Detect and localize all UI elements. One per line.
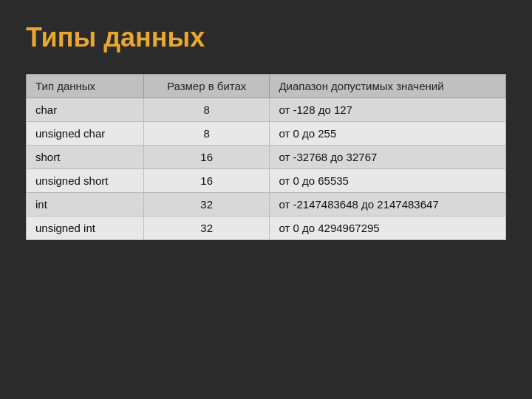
table-cell-1-1: 8 bbox=[143, 122, 269, 146]
table-cell-5-2: от 0 до 4294967295 bbox=[270, 216, 506, 240]
table-row: unsigned int32от 0 до 4294967295 bbox=[27, 216, 506, 240]
table-cell-2-1: 16 bbox=[143, 146, 269, 169]
data-types-table: Тип данных Размер в битах Диапазон допус… bbox=[26, 74, 506, 240]
table-cell-2-2: от -32768 до 32767 bbox=[270, 146, 506, 169]
table-cell-4-1: 32 bbox=[143, 193, 269, 216]
table-row: char8от -128 до 127 bbox=[27, 98, 506, 122]
table-cell-2-0: short bbox=[27, 146, 144, 169]
table-cell-0-1: 8 bbox=[143, 98, 269, 122]
table-cell-0-0: char bbox=[27, 98, 144, 122]
page: Типы данных Тип данных Размер в битах Ди… bbox=[0, 0, 532, 399]
page-title: Типы данных bbox=[26, 22, 506, 53]
table-cell-4-2: от -2147483648 до 2147483647 bbox=[270, 193, 506, 216]
table-row: short16от -32768 до 32767 bbox=[27, 146, 506, 169]
table-cell-0-2: от -128 до 127 bbox=[270, 98, 506, 122]
table-cell-1-2: от 0 до 255 bbox=[270, 122, 506, 146]
table-wrapper: Тип данных Размер в битах Диапазон допус… bbox=[26, 74, 506, 240]
col-header-type: Тип данных bbox=[27, 75, 144, 98]
table-cell-5-0: unsigned int bbox=[27, 216, 144, 240]
table-cell-5-1: 32 bbox=[143, 216, 269, 240]
table-cell-1-0: unsigned char bbox=[27, 122, 144, 146]
table-row: unsigned char8от 0 до 255 bbox=[27, 122, 506, 146]
col-header-size: Размер в битах bbox=[143, 75, 269, 98]
table-cell-3-2: от 0 до 65535 bbox=[270, 169, 506, 193]
table-cell-3-1: 16 bbox=[143, 169, 269, 193]
col-header-range: Диапазон допустимых значений bbox=[270, 75, 506, 98]
table-row: int32от -2147483648 до 2147483647 bbox=[27, 193, 506, 216]
table-header-row: Тип данных Размер в битах Диапазон допус… bbox=[27, 75, 506, 98]
table-cell-4-0: int bbox=[27, 193, 144, 216]
table-row: unsigned short16от 0 до 65535 bbox=[27, 169, 506, 193]
table-cell-3-0: unsigned short bbox=[27, 169, 144, 193]
